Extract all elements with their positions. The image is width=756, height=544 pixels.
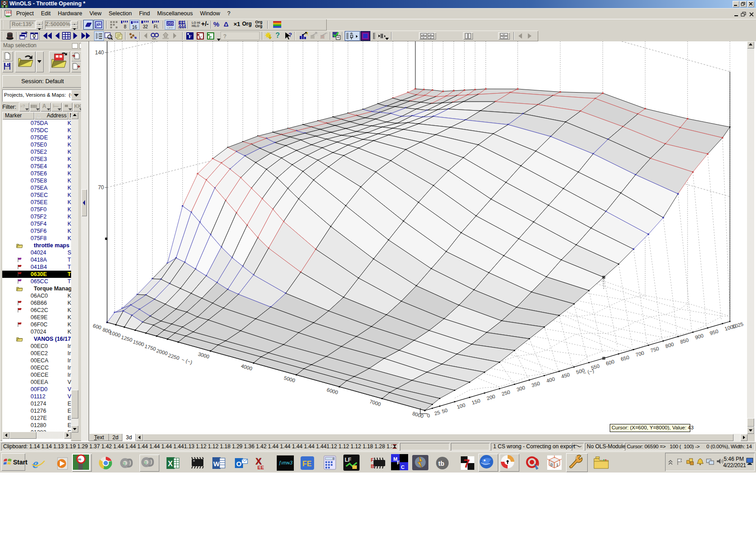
svg-text:F: F	[189, 34, 192, 39]
svg-text:1: 1	[556, 463, 558, 467]
svg-text:O: O	[236, 460, 242, 468]
svg-text:FE: FE	[302, 460, 312, 468]
svg-text:0: 0	[550, 463, 553, 467]
svg-text:C: C	[401, 464, 405, 470]
svg-text:S: S	[123, 461, 126, 466]
svg-text:70: 70	[98, 184, 104, 191]
svg-text:7: 7	[464, 457, 470, 470]
svg-text:IOII..: IOII..	[152, 37, 157, 40]
svg-text:EE: EE	[257, 465, 264, 470]
svg-text:S: S	[144, 460, 147, 465]
svg-text:ƒımɴ3: ƒımɴ3	[279, 460, 293, 465]
svg-text:140: 140	[95, 49, 104, 56]
svg-text:P: P	[209, 35, 212, 40]
svg-text:IOI: IOI	[6, 11, 12, 14]
svg-text:F: F	[397, 460, 400, 465]
svg-text:∞: ∞	[78, 456, 81, 462]
svg-text:tb: tb	[438, 460, 444, 467]
svg-text:B: B	[371, 464, 374, 469]
svg-text:?: ?	[288, 31, 292, 38]
svg-text:V: V	[198, 35, 202, 40]
svg-text:LF: LF	[345, 457, 351, 463]
svg-text:e: e	[32, 456, 38, 471]
svg-text:X: X	[168, 460, 173, 468]
svg-text:W: W	[213, 460, 220, 468]
svg-text:F: F	[371, 458, 374, 463]
